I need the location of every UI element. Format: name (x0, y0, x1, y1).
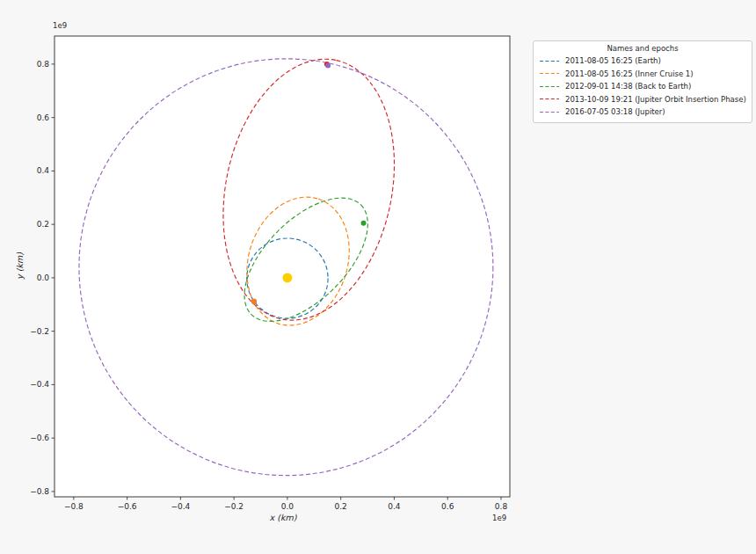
x-tick-label: −0.8 (64, 502, 84, 511)
legend-item-label: 2012-09-01 14:38 (Back to Earth) (565, 82, 691, 91)
x-axis-label: x (km) (230, 513, 336, 522)
position-marker (361, 221, 367, 226)
legend-items: 2011-08-05 16:25 (Earth)2011-08-05 16:25… (539, 55, 746, 119)
legend-item: 2012-09-01 14:38 (Back to Earth) (539, 80, 746, 93)
legend-line-swatch (539, 58, 560, 64)
legend-title: Names and epochs (539, 44, 746, 53)
figure: −0.8−0.6−0.4−0.20.00.20.40.60.8−0.8−0.6−… (0, 0, 756, 554)
y-axis-label: y (km) (15, 214, 25, 319)
legend-item-label: 2011-08-05 16:25 (Earth) (565, 56, 661, 65)
x-tick-label: 0.2 (335, 502, 347, 511)
y-tick-label: 0.0 (37, 273, 50, 282)
y-tick-label: −0.2 (30, 327, 49, 336)
y-tick-label: 0.4 (37, 166, 50, 175)
legend-item: 2011-08-05 16:25 (Inner Cruise 1) (539, 68, 746, 81)
x-tick-label: −0.4 (171, 502, 190, 511)
legend-item-label: 2016-07-05 03:18 (Jupiter) (565, 107, 665, 116)
y-tick-label: −0.6 (30, 434, 49, 442)
y-axis-offset-label: 1e9 (53, 21, 67, 30)
x-tick-label: 0.0 (281, 502, 294, 511)
y-tick-label: −0.4 (30, 380, 49, 389)
legend-item: 2013-10-09 19:21 (Jupiter Orbit Insertio… (539, 93, 746, 106)
legend-item: 2011-08-05 16:25 (Earth) (539, 55, 746, 68)
legend-line-swatch (539, 96, 560, 102)
legend-line-swatch (539, 84, 560, 90)
legend-line-swatch (539, 70, 560, 77)
axes-area (55, 36, 510, 497)
y-tick-label: 0.8 (37, 60, 50, 69)
legend-item: 2016-07-05 03:18 (Jupiter) (539, 106, 746, 119)
x-tick-label: 0.8 (495, 502, 508, 511)
position-marker (251, 299, 257, 304)
position-marker (325, 62, 331, 68)
sun-marker (282, 273, 292, 282)
x-tick-label: 0.6 (441, 502, 454, 511)
x-axis-offset-label: 1e9 (492, 514, 506, 522)
legend-item-label: 2013-10-09 19:21 (Jupiter Orbit Insertio… (565, 95, 746, 104)
legend-item-label: 2011-08-05 16:25 (Inner Cruise 1) (565, 69, 694, 78)
x-tick-label: −0.6 (118, 502, 137, 511)
y-tick-label: 0.2 (37, 220, 49, 229)
x-tick-label: −0.2 (224, 502, 244, 511)
y-tick-label: −0.8 (30, 487, 49, 496)
y-tick-label: 0.6 (37, 113, 50, 122)
legend-line-swatch (539, 109, 560, 115)
x-tick-label: 0.4 (388, 502, 401, 511)
legend: Names and epochs 2011-08-05 16:25 (Earth… (533, 40, 752, 123)
